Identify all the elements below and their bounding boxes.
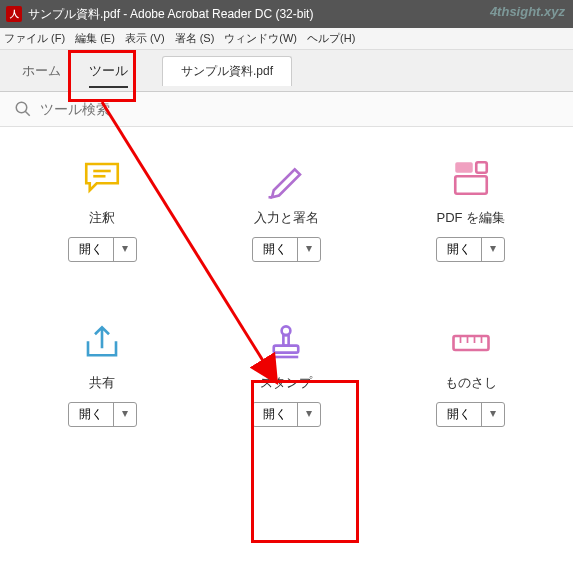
menu-help[interactable]: ヘルプ(H) [307, 31, 355, 46]
titlebar: 人 サンプル資料.pdf - Adobe Acrobat Reader DC (… [0, 0, 573, 28]
svg-rect-10 [274, 346, 299, 353]
tool-label: PDF を編集 [437, 209, 506, 227]
dropdown-icon[interactable]: ▾ [114, 238, 136, 261]
tab-home[interactable]: ホーム [8, 52, 75, 90]
svg-rect-9 [284, 335, 289, 346]
tool-label: スタンプ [260, 374, 312, 392]
open-button[interactable]: 開く ▾ [252, 237, 321, 262]
svg-rect-7 [476, 162, 487, 173]
tool-measure[interactable]: ものさし 開く ▾ [389, 322, 553, 427]
tool-label: 注釈 [89, 209, 115, 227]
open-button[interactable]: 開く ▾ [68, 237, 137, 262]
dropdown-icon[interactable]: ▾ [114, 403, 136, 426]
edit-icon [450, 157, 492, 199]
svg-rect-5 [455, 162, 473, 173]
dropdown-icon[interactable]: ▾ [298, 238, 320, 261]
tool-edit-pdf[interactable]: PDF を編集 開く ▾ [389, 157, 553, 262]
svg-rect-6 [455, 176, 487, 194]
tools-grid: 注釈 開く ▾ 入力と署名 開く ▾ PDF を編集 開く ▾ 共有 開く [0, 127, 573, 457]
search-input[interactable] [40, 101, 559, 117]
tool-share[interactable]: 共有 開く ▾ [20, 322, 184, 427]
menu-edit[interactable]: 編集 (E) [75, 31, 115, 46]
share-icon [81, 322, 123, 364]
search-icon [14, 100, 32, 118]
dropdown-icon[interactable]: ▾ [298, 403, 320, 426]
svg-point-0 [16, 102, 27, 113]
tool-label: 共有 [89, 374, 115, 392]
svg-rect-12 [453, 336, 488, 350]
stamp-icon [265, 322, 307, 364]
tool-label: 入力と署名 [254, 209, 319, 227]
dropdown-icon[interactable]: ▾ [482, 403, 504, 426]
menu-file[interactable]: ファイル (F) [4, 31, 65, 46]
tool-label: ものさし [445, 374, 497, 392]
open-button[interactable]: 開く ▾ [68, 402, 137, 427]
watermark: 4thsight.xyz [490, 4, 565, 19]
open-button[interactable]: 開く ▾ [436, 402, 505, 427]
open-button[interactable]: 開く ▾ [436, 237, 505, 262]
pdf-file-icon: 人 [6, 6, 22, 22]
tool-comment[interactable]: 注釈 開く ▾ [20, 157, 184, 262]
menu-window[interactable]: ウィンドウ(W) [224, 31, 297, 46]
comment-icon [81, 157, 123, 199]
tab-document[interactable]: サンプル資料.pdf [162, 56, 292, 86]
menu-view[interactable]: 表示 (V) [125, 31, 165, 46]
search-bar [0, 92, 573, 127]
tool-fill-sign[interactable]: 入力と署名 開く ▾ [204, 157, 368, 262]
ruler-icon [450, 322, 492, 364]
tab-tools[interactable]: ツール [75, 52, 142, 90]
svg-line-1 [25, 111, 30, 116]
tool-stamp[interactable]: スタンプ 開く ▾ [204, 322, 368, 427]
window-title: サンプル資料.pdf - Adobe Acrobat Reader DC (32… [28, 6, 313, 23]
tabbar: ホーム ツール サンプル資料.pdf [0, 50, 573, 92]
open-button[interactable]: 開く ▾ [252, 402, 321, 427]
menubar: ファイル (F) 編集 (E) 表示 (V) 署名 (S) ウィンドウ(W) ヘ… [0, 28, 573, 50]
pen-icon [265, 157, 307, 199]
dropdown-icon[interactable]: ▾ [482, 238, 504, 261]
menu-sign[interactable]: 署名 (S) [175, 31, 215, 46]
